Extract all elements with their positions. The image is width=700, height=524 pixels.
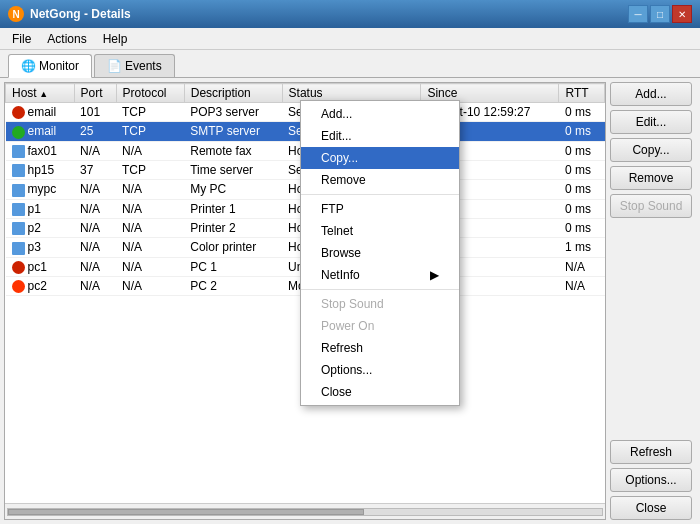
menu-actions[interactable]: Actions: [39, 30, 94, 48]
cell-rtt: 0 ms: [559, 218, 605, 237]
minimize-button[interactable]: ─: [628, 5, 648, 23]
ctx-item-power_on: Power On: [301, 315, 459, 337]
monitor-icon: [12, 164, 25, 177]
horizontal-scrollbar[interactable]: [5, 503, 605, 519]
cell-protocol: N/A: [116, 238, 184, 257]
cell-port: N/A: [74, 141, 116, 160]
cell-rtt: N/A: [559, 257, 605, 276]
ctx-item-options[interactable]: Options...: [301, 359, 459, 381]
cell-rtt: 0 ms: [559, 141, 605, 160]
cell-port: N/A: [74, 257, 116, 276]
cell-port: N/A: [74, 218, 116, 237]
cell-description: PC 2: [184, 276, 282, 295]
cell-rtt: N/A: [559, 276, 605, 295]
ctx-item-netinfo[interactable]: NetInfo▶: [301, 264, 459, 286]
monitor-icon: [12, 145, 25, 158]
col-host[interactable]: Host: [6, 84, 75, 103]
error-icon: [12, 261, 25, 274]
col-description[interactable]: Description: [184, 84, 282, 103]
cell-protocol: N/A: [116, 199, 184, 218]
close-window-button[interactable]: ✕: [672, 5, 692, 23]
monitor-icon: [12, 203, 25, 216]
monitor-icon: [12, 242, 25, 255]
cell-port: N/A: [74, 238, 116, 257]
col-port[interactable]: Port: [74, 84, 116, 103]
cell-protocol: TCP: [116, 160, 184, 179]
cell-protocol: N/A: [116, 218, 184, 237]
cell-host: pc1: [6, 257, 75, 276]
cell-host: pc2: [6, 276, 75, 295]
col-protocol[interactable]: Protocol: [116, 84, 184, 103]
window-title: NetGong - Details: [30, 7, 131, 21]
cell-description: Printer 2: [184, 218, 282, 237]
stop-sound-button[interactable]: Stop Sound: [610, 194, 692, 218]
cell-port: N/A: [74, 199, 116, 218]
ctx-item-edit[interactable]: Edit...: [301, 125, 459, 147]
cell-description: Remote fax: [184, 141, 282, 160]
cell-port: 25: [74, 122, 116, 141]
tab-bar: 🌐 Monitor 📄 Events: [0, 50, 700, 78]
ctx-item-remove[interactable]: Remove: [301, 169, 459, 191]
context-menu: Add...Edit...Copy...RemoveFTPTelnetBrows…: [300, 100, 460, 406]
scrollbar-thumb[interactable]: [8, 509, 364, 515]
edit-button[interactable]: Edit...: [610, 110, 692, 134]
ctx-item-browse[interactable]: Browse: [301, 242, 459, 264]
maximize-button[interactable]: □: [650, 5, 670, 23]
cell-description: SMTP server: [184, 122, 282, 141]
cell-port: N/A: [74, 180, 116, 199]
ctx-item-copy[interactable]: Copy...: [301, 147, 459, 169]
right-sidebar: Add... Edit... Copy... Remove Stop Sound…: [610, 78, 700, 524]
cell-protocol: TCP: [116, 122, 184, 141]
app-icon: N: [8, 6, 24, 22]
ctx-item-add[interactable]: Add...: [301, 103, 459, 125]
cell-host: mypc: [6, 180, 75, 199]
cell-description: POP3 server: [184, 103, 282, 122]
cell-description: Time server: [184, 160, 282, 179]
cell-description: PC 1: [184, 257, 282, 276]
ctx-item-close[interactable]: Close: [301, 381, 459, 403]
cell-host: fax01: [6, 141, 75, 160]
cell-port: 101: [74, 103, 116, 122]
close-button[interactable]: Close: [610, 496, 692, 520]
cell-host: p2: [6, 218, 75, 237]
cell-protocol: TCP: [116, 103, 184, 122]
cell-rtt: 0 ms: [559, 180, 605, 199]
remove-button[interactable]: Remove: [610, 166, 692, 190]
cell-host: email: [6, 103, 75, 122]
cell-rtt: 1 ms: [559, 238, 605, 257]
tab-monitor[interactable]: 🌐 Monitor: [8, 54, 92, 78]
cell-description: Printer 1: [184, 199, 282, 218]
cell-protocol: N/A: [116, 257, 184, 276]
cell-description: Color printer: [184, 238, 282, 257]
error-icon: [12, 106, 25, 119]
options-button[interactable]: Options...: [610, 468, 692, 492]
col-rtt[interactable]: RTT: [559, 84, 605, 103]
cell-host: email: [6, 122, 75, 141]
scrollbar-track[interactable]: [7, 508, 603, 516]
cell-host: p1: [6, 199, 75, 218]
menu-help[interactable]: Help: [95, 30, 136, 48]
tab-events[interactable]: 📄 Events: [94, 54, 175, 77]
ctx-item-ftp[interactable]: FTP: [301, 198, 459, 220]
cell-host: p3: [6, 238, 75, 257]
cell-protocol: N/A: [116, 276, 184, 295]
title-bar: N NetGong - Details ─ □ ✕: [0, 0, 700, 28]
cell-port: 37: [74, 160, 116, 179]
cell-rtt: 0 ms: [559, 103, 605, 122]
menu-file[interactable]: File: [4, 30, 39, 48]
ctx-item-refresh[interactable]: Refresh: [301, 337, 459, 359]
cell-rtt: 0 ms: [559, 199, 605, 218]
window-controls: ─ □ ✕: [628, 5, 692, 23]
refresh-button[interactable]: Refresh: [610, 440, 692, 464]
cell-host: hp15: [6, 160, 75, 179]
menu-bar: File Actions Help: [0, 28, 700, 50]
context-menu-separator: [301, 194, 459, 195]
copy-button[interactable]: Copy...: [610, 138, 692, 162]
events-tab-icon: 📄: [107, 59, 121, 73]
add-button[interactable]: Add...: [610, 82, 692, 106]
cell-protocol: N/A: [116, 141, 184, 160]
context-menu-separator: [301, 289, 459, 290]
ctx-item-telnet[interactable]: Telnet: [301, 220, 459, 242]
disabled-icon: [12, 280, 25, 293]
cell-rtt: 0 ms: [559, 160, 605, 179]
